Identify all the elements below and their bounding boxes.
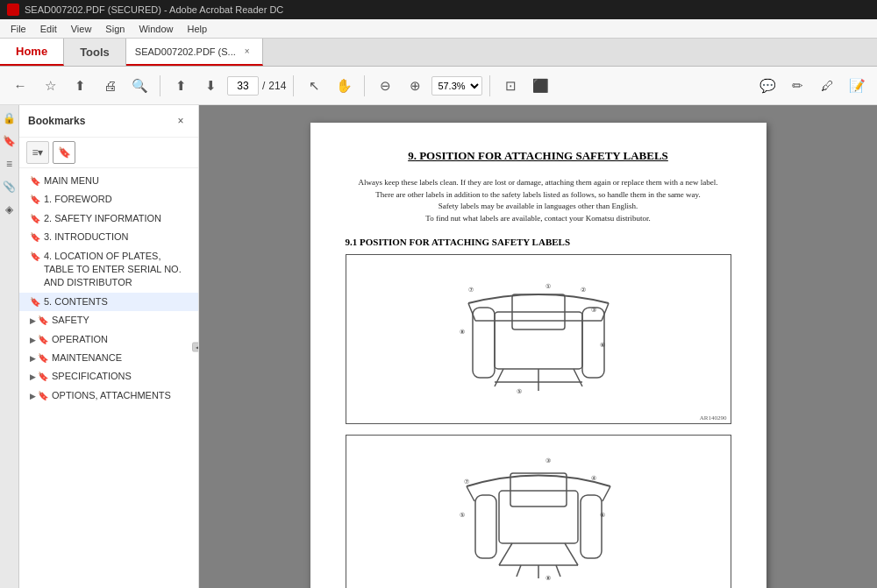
prev-page-button[interactable]: ⬆ — [168, 73, 194, 99]
bookmark-icon: 🔖 — [38, 371, 48, 383]
svg-line-20 — [565, 543, 578, 565]
bookmark-item-operation-group[interactable]: ▶ 🔖 OPERATION — [19, 330, 198, 349]
search-button[interactable]: 🔍 — [126, 73, 153, 99]
bulldozer-diagram-2-svg: ③ ④ ⑥ ⑤ ⑧ ⑦ — [416, 447, 661, 583]
tab-close-button[interactable]: × — [241, 46, 253, 58]
bookmark-item-options-group[interactable]: ▶ 🔖 OPTIONS, ATTACHMENTS — [19, 386, 198, 405]
zoom-in-button[interactable]: ⊕ — [402, 73, 428, 99]
svg-line-25 — [467, 486, 474, 501]
print-button[interactable]: 🖨 — [96, 73, 123, 99]
current-page-input[interactable] — [227, 76, 259, 96]
bookmark-item-safety-group[interactable]: ▶ 🔖 SAFETY — [19, 311, 198, 329]
cursor-tool-button[interactable]: ↖ — [301, 73, 327, 99]
layers-icon[interactable]: ≡ — [2, 156, 18, 172]
page-separator: / — [262, 80, 265, 92]
back-button[interactable]: ← — [7, 73, 33, 99]
bookmark-item-intro[interactable]: 🔖 3. INTRODUCTION — [19, 228, 198, 246]
tab-document-label: SEAD007202.PDF (S... — [135, 46, 236, 57]
bookmark-view-button[interactable]: 🔖 — [53, 141, 75, 164]
expand-icon: ▶ — [30, 372, 36, 383]
bookmark-star-button[interactable]: ☆ — [37, 73, 63, 99]
next-page-button[interactable]: ⬇ — [197, 73, 224, 99]
pdf-diagram-1: ① ② ③ ⑥ ⑦ ⑧ ⑤ AR140290 — [346, 254, 731, 424]
bookmark-icon: 🔖 — [38, 334, 48, 346]
pen-button[interactable]: ✏ — [784, 73, 810, 99]
sidebar-tools: ≡▾ 🔖 — [19, 138, 198, 168]
tab-home[interactable]: Home — [0, 39, 64, 66]
svg-text:⑤: ⑤ — [517, 388, 522, 395]
menu-file[interactable]: File — [4, 22, 33, 36]
bookmark-icon: 🔖 — [30, 296, 40, 308]
pdf-page: 9. POSITION FOR ATTACHING SAFETY LABELS … — [310, 123, 766, 588]
toolbar: ← ☆ ⬆ 🖨 🔍 ⬆ ⬇ / 214 ↖ ✋ ⊖ ⊕ 57.3% 50% 75… — [0, 67, 877, 105]
svg-line-5 — [602, 303, 609, 321]
sidebar-close-button[interactable]: × — [172, 112, 189, 130]
fit-page-button[interactable]: ⊡ — [497, 73, 524, 99]
tab-tools-label: Tools — [80, 46, 110, 59]
sign-button[interactable]: 📝 — [844, 73, 870, 99]
diagram-1-container: ① ② ③ ⑥ ⑦ ⑧ ⑤ — [346, 255, 731, 413]
bookmark-icon: 🔖 — [30, 194, 40, 206]
main-area: 🔒 🔖 ≡ 📎 ◈ Bookmarks × ≡▾ 🔖 🔖 MAIN MENU 🔖… — [0, 105, 877, 588]
svg-line-24 — [556, 565, 560, 577]
tab-tools[interactable]: Tools — [64, 39, 126, 66]
bookmark-item-location[interactable]: 🔖 4. LOCATION OF PLATES, TABLE TO ENTER … — [19, 247, 198, 293]
bookmark-list: 🔖 MAIN MENU 🔖 1. FOREWORD 🔖 2. SAFETY IN… — [19, 168, 198, 588]
bookmark-icon: 🔖 — [38, 390, 48, 402]
bookmark-item-foreword[interactable]: 🔖 1. FOREWORD — [19, 190, 198, 209]
svg-rect-2 — [473, 308, 495, 378]
zoom-out-button[interactable]: ⊖ — [372, 73, 398, 99]
comment-button[interactable]: 💬 — [754, 73, 781, 99]
attachment-icon[interactable]: 📎 — [2, 179, 18, 195]
svg-text:①: ① — [545, 283, 551, 290]
pdf-paragraph: Always keep these labels clean. If they … — [346, 177, 731, 224]
toolbar-separator-1 — [160, 75, 160, 96]
svg-line-19 — [499, 543, 512, 565]
bookmark-item-specifications-group[interactable]: ▶ 🔖 SPECIFICATIONS — [19, 367, 198, 386]
pdf-viewer[interactable]: 9. POSITION FOR ATTACHING SAFETY LABELS … — [199, 105, 877, 588]
svg-text:⑤: ⑤ — [460, 512, 465, 519]
menu-view[interactable]: View — [64, 22, 99, 36]
list-view-button[interactable]: ≡▾ — [26, 141, 49, 164]
bookmark-item-safety-info[interactable]: 🔖 2. SAFETY INFORMATION — [19, 209, 198, 228]
page-navigation: / 214 — [227, 76, 286, 96]
svg-rect-18 — [581, 495, 602, 558]
bookmark-item-contents[interactable]: 🔖 5. CONTENTS — [19, 293, 198, 311]
sidebar-collapse-button[interactable]: ◀ — [192, 342, 199, 351]
tab-document[interactable]: SEAD007202.PDF (S... × — [126, 39, 263, 66]
svg-rect-17 — [475, 495, 496, 558]
menu-edit[interactable]: Edit — [33, 22, 64, 36]
sidebar-title: Bookmarks — [28, 115, 85, 127]
tab-home-label: Home — [16, 45, 47, 58]
highlight-button[interactable]: 🖊 — [814, 73, 840, 99]
toolbar-separator-2 — [293, 75, 294, 96]
expand-icon: ▶ — [30, 353, 36, 365]
svg-text:④: ④ — [591, 475, 596, 482]
hand-tool-button[interactable]: ✋ — [331, 73, 357, 99]
title-bar: SEAD007202.PDF (SECURED) - Adobe Acrobat… — [0, 0, 877, 19]
bookmark-item-main-menu[interactable]: 🔖 MAIN MENU — [19, 172, 198, 190]
menu-help[interactable]: Help — [181, 22, 215, 36]
svg-text:⑧: ⑧ — [545, 575, 551, 582]
cloud-upload-button[interactable]: ⬆ — [67, 73, 93, 99]
menu-sign[interactable]: Sign — [98, 22, 132, 36]
bookmark-icon: 🔖 — [38, 352, 48, 365]
fit-width-button[interactable]: ⬛ — [527, 73, 553, 99]
svg-line-4 — [468, 303, 475, 321]
bulldozer-diagram-1-svg: ① ② ③ ⑥ ⑦ ⑧ ⑤ — [416, 264, 661, 404]
pdf-diagram-2: ③ ④ ⑥ ⑤ ⑧ ⑦ AR140290 — [346, 435, 731, 588]
menu-window[interactable]: Window — [132, 22, 180, 36]
lock-icon[interactable]: 🔒 — [2, 110, 18, 126]
sidebar-header: Bookmarks × — [19, 105, 198, 138]
stamp-icon[interactable]: ◈ — [2, 202, 18, 217]
bookmark-panel-icon[interactable]: 🔖 — [2, 133, 18, 149]
bookmark-icon: 🔖 — [30, 231, 40, 244]
pdf-subtitle: 9.1 POSITION FOR ATTACHING SAFETY LABELS — [346, 237, 731, 247]
zoom-select[interactable]: 57.3% 50% 75% 100% — [431, 76, 482, 96]
bookmark-icon: 🔖 — [30, 251, 40, 263]
svg-rect-16 — [510, 473, 567, 507]
tab-bar: Home Tools SEAD007202.PDF (S... × — [0, 39, 877, 67]
svg-text:⑧: ⑧ — [460, 329, 465, 336]
bookmark-item-maintenance-group[interactable]: ▶ 🔖 MAINTENANCE — [19, 349, 198, 367]
toolbar-separator-4 — [489, 75, 490, 96]
